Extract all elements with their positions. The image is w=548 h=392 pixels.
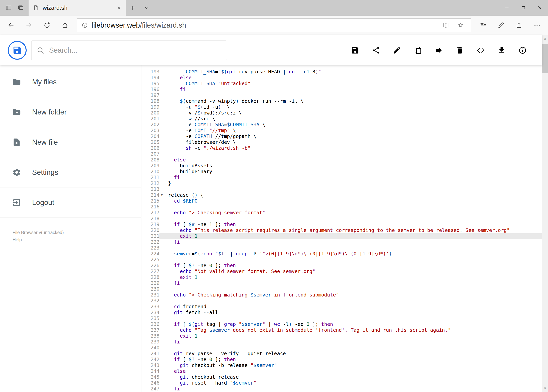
- tab-list-button[interactable]: [140, 0, 154, 16]
- code-line[interactable]: 244 else: [141, 368, 542, 374]
- back-button[interactable]: [2, 16, 20, 35]
- sidebar-item-new-folder[interactable]: New folder: [0, 97, 141, 127]
- browser-menu-button[interactable]: [528, 16, 546, 35]
- code-line[interactable]: 200 -v /$(pwd):/src:z \: [141, 110, 542, 116]
- code-line[interactable]: 225: [141, 257, 542, 263]
- code-line[interactable]: 208 else: [141, 157, 542, 163]
- code-line[interactable]: 238 exit 1: [141, 333, 542, 339]
- code-line[interactable]: 199 -u "$(id -u)" \: [141, 104, 542, 110]
- code-line[interactable]: 194 else: [141, 75, 542, 81]
- code-line[interactable]: 216: [141, 204, 542, 210]
- code-line[interactable]: 217 echo "> Checking semver format": [141, 210, 542, 216]
- share-page-button[interactable]: [510, 16, 528, 35]
- source-button[interactable]: [476, 46, 485, 55]
- code-line[interactable]: 202 -e COMMIT_SHA=$COMMIT_SHA \: [141, 122, 542, 128]
- rename-button[interactable]: [393, 46, 401, 55]
- code-line[interactable]: 222 fi: [141, 239, 542, 245]
- code-line[interactable]: 205 filebrowser/dev \: [141, 139, 542, 145]
- sidebar-item-my-files[interactable]: My files: [0, 67, 141, 97]
- save-button[interactable]: [351, 46, 359, 55]
- favorite-button[interactable]: [455, 22, 466, 28]
- code-editor[interactable]: 193 COMMIT_SHA="$(git rev-parse HEAD | c…: [141, 65, 542, 392]
- refresh-button[interactable]: [38, 16, 56, 35]
- new-tab-button[interactable]: [126, 0, 140, 16]
- code-line[interactable]: 210 buildBinary: [141, 169, 542, 175]
- code-line[interactable]: 224 semver=$(echo "$1" | grep -P '^v(0|[…: [141, 251, 542, 257]
- code-line[interactable]: 230: [141, 286, 542, 292]
- set-tabs-aside-button[interactable]: [4, 0, 14, 16]
- scrollbar-thumb[interactable]: [542, 44, 548, 73]
- code-line[interactable]: 231 echo "> Checking matching $semver in…: [141, 292, 542, 298]
- download-button[interactable]: [497, 46, 506, 55]
- code-line[interactable]: 218: [141, 216, 542, 222]
- code-line[interactable]: 247 fi: [141, 386, 542, 392]
- code-line[interactable]: 235: [141, 315, 542, 321]
- filebrowser-logo[interactable]: [8, 41, 27, 60]
- minimize-button[interactable]: [499, 0, 515, 16]
- code-line[interactable]: 214▾release () {: [141, 192, 542, 198]
- code-line[interactable]: 212}: [141, 181, 542, 186]
- sidebar-item-settings[interactable]: Settings: [0, 157, 141, 188]
- code-line[interactable]: 203 -e HOME="//tmp" \: [141, 128, 542, 133]
- browser-tab[interactable]: wizard.sh: [28, 0, 126, 16]
- code-line[interactable]: 234 git fetch --all: [141, 310, 542, 315]
- url-field[interactable]: filebrowser.web/files/wizard.sh: [77, 18, 471, 32]
- code-line[interactable]: 204 -e GOPATH=//tmp/gopath \: [141, 133, 542, 139]
- code-line[interactable]: 240: [141, 345, 542, 351]
- close-window-button[interactable]: [532, 0, 548, 16]
- tab-close-button[interactable]: [117, 6, 121, 10]
- scroll-up-icon[interactable]: ▲: [542, 35, 548, 42]
- code-line[interactable]: 243 git checkout -b release "$semver": [141, 363, 542, 368]
- forward-button[interactable]: [20, 16, 38, 35]
- code-line[interactable]: 239 fi: [141, 339, 542, 345]
- code-line[interactable]: 196 fi: [141, 86, 542, 92]
- code-line[interactable]: 232: [141, 298, 542, 304]
- code-line[interactable]: 226 if [ $? -ne 0 ]; then: [141, 263, 542, 268]
- code-line[interactable]: 223: [141, 245, 542, 251]
- search-input[interactable]: [49, 46, 222, 54]
- page-scrollbar[interactable]: ▲ ▼: [542, 35, 548, 392]
- copy-button[interactable]: [414, 46, 422, 55]
- code-line[interactable]: 233 cd frontend: [141, 304, 542, 310]
- home-button[interactable]: [56, 16, 74, 35]
- code-line[interactable]: 207: [141, 151, 542, 157]
- info-button[interactable]: [518, 46, 527, 55]
- web-notes-button[interactable]: [492, 16, 510, 35]
- code-line[interactable]: 242 if [ $? -ne 0 ]; then: [141, 357, 542, 363]
- code-line[interactable]: 246 git reset --hard "$semver": [141, 380, 542, 386]
- site-info-icon[interactable]: [82, 22, 88, 28]
- sidebar-item-logout[interactable]: Logout: [0, 188, 141, 218]
- code-line[interactable]: 193 COMMIT_SHA="$(git rev-parse HEAD | c…: [141, 69, 542, 75]
- share-button[interactable]: [372, 46, 380, 55]
- code-line[interactable]: 195 COMMIT_SHA="untracked": [141, 81, 542, 86]
- code-line[interactable]: 241 git rev-parse --verify --quiet relea…: [141, 351, 542, 357]
- code-line[interactable]: 227 echo "Not valid semver format. See s…: [141, 268, 542, 274]
- hub-button[interactable]: [474, 16, 492, 35]
- code-line[interactable]: 201 -w //src \: [141, 116, 542, 122]
- delete-button[interactable]: [456, 46, 464, 55]
- reading-view-button[interactable]: [440, 22, 451, 28]
- code-line[interactable]: 206 sh -c "./wizard.sh -b": [141, 145, 542, 151]
- code-line[interactable]: 198 $(command -v winpty) docker run --rm…: [141, 98, 542, 104]
- fold-arrow-icon[interactable]: ▾: [160, 192, 164, 198]
- code-line[interactable]: 219 if [ $# -ne 1 ]; then: [141, 222, 542, 227]
- code-line[interactable]: 211 fi: [141, 175, 542, 181]
- sidebar-item-new-file[interactable]: New file: [0, 127, 141, 157]
- code-line[interactable]: 229 fi: [141, 280, 542, 286]
- tab-preview-button[interactable]: [16, 0, 26, 16]
- maximize-button[interactable]: [515, 0, 532, 16]
- code-line[interactable]: 220 echo "This release script requires a…: [141, 227, 542, 233]
- code-line[interactable]: 236 if [ $(git tag | grep "$semver" | wc…: [141, 321, 542, 327]
- code-line[interactable]: 221 exit 1: [141, 233, 542, 239]
- help-link[interactable]: Help: [13, 237, 22, 242]
- code-line[interactable]: 228 exit 1: [141, 274, 542, 280]
- code-line[interactable]: 237 echo "Tag $semver does not exist in …: [141, 327, 542, 333]
- move-button[interactable]: [435, 46, 443, 55]
- code-line[interactable]: 209 buildAssets: [141, 163, 542, 169]
- code-line[interactable]: 245 git checkout release: [141, 374, 542, 380]
- code-line[interactable]: 213: [141, 186, 542, 192]
- scroll-down-icon[interactable]: ▼: [542, 385, 548, 392]
- code-line[interactable]: 215 cd $REPO: [141, 198, 542, 204]
- code-line[interactable]: 197: [141, 92, 542, 98]
- search-box[interactable]: [31, 41, 227, 60]
